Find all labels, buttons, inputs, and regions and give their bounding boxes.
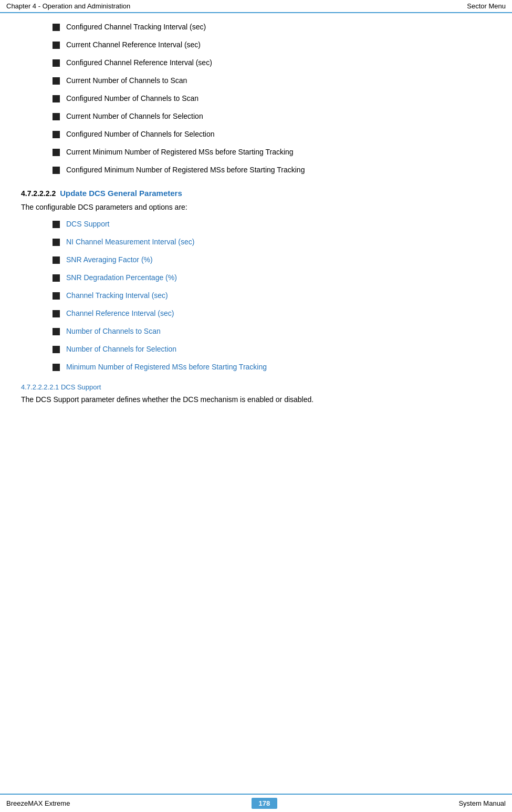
bullet-text: Configured Number of Channels for Select… bbox=[66, 130, 215, 138]
list-item: Channel Tracking Interval (sec) bbox=[21, 291, 491, 300]
sub-section-heading: 4.7.2.2.2.2.1 DCS Support bbox=[21, 383, 491, 391]
page-number: 178 bbox=[252, 798, 278, 809]
list-item: Configured Number of Channels for Select… bbox=[21, 130, 491, 138]
list-item: SNR Degradation Percentage (%) bbox=[21, 273, 491, 282]
bullet-icon bbox=[53, 149, 60, 156]
bullet-icon bbox=[53, 346, 60, 353]
bullet-icon bbox=[53, 274, 60, 282]
sub-section-body: The DCS Support parameter defines whethe… bbox=[21, 394, 491, 405]
bullet-text: Current Minimum Number of Registered MSs… bbox=[66, 148, 294, 156]
bullet-icon bbox=[53, 239, 60, 246]
bullet-text: Number of Channels to Scan bbox=[66, 327, 161, 335]
bullet-icon bbox=[53, 292, 60, 300]
bullet-icon bbox=[53, 113, 60, 120]
blue-bullet-list: DCS Support NI Channel Measurement Inter… bbox=[21, 220, 491, 371]
bullet-icon bbox=[53, 77, 60, 85]
bullet-text: SNR Averaging Factor (%) bbox=[66, 255, 153, 264]
bullet-text: Configured Number of Channels to Scan bbox=[66, 94, 198, 102]
main-content: Configured Channel Tracking Interval (se… bbox=[0, 13, 512, 437]
page-footer: BreezeMAX Extreme 178 System Manual bbox=[0, 794, 512, 812]
bullet-icon bbox=[53, 95, 60, 102]
bullet-text: Channel Reference Interval (sec) bbox=[66, 309, 174, 317]
bullet-text: Current Number of Channels to Scan bbox=[66, 76, 187, 85]
list-item: NI Channel Measurement Interval (sec) bbox=[21, 238, 491, 246]
bullet-text: Current Channel Reference Interval (sec) bbox=[66, 40, 201, 49]
list-item: Current Channel Reference Interval (sec) bbox=[21, 40, 491, 49]
bullet-text: SNR Degradation Percentage (%) bbox=[66, 273, 177, 282]
section-intro: The configurable DCS parameters and opti… bbox=[21, 203, 491, 211]
list-item: Current Minimum Number of Registered MSs… bbox=[21, 148, 491, 156]
bullet-text: DCS Support bbox=[66, 220, 109, 228]
bullet-text: Number of Channels for Selection bbox=[66, 345, 176, 353]
bullet-icon bbox=[53, 364, 60, 371]
bullet-icon bbox=[53, 24, 60, 31]
page-header: Chapter 4 - Operation and Administration… bbox=[0, 0, 512, 13]
bullet-text: NI Channel Measurement Interval (sec) bbox=[66, 238, 194, 246]
list-item: Current Number of Channels to Scan bbox=[21, 76, 491, 85]
list-item: Configured Channel Tracking Interval (se… bbox=[21, 23, 491, 31]
list-item: Channel Reference Interval (sec) bbox=[21, 309, 491, 317]
list-item: SNR Averaging Factor (%) bbox=[21, 255, 491, 264]
section-title: Update DCS General Parameters bbox=[60, 189, 182, 198]
list-item: Configured Number of Channels to Scan bbox=[21, 94, 491, 102]
footer-right-label: System Manual bbox=[458, 799, 506, 807]
bullet-icon bbox=[53, 131, 60, 138]
header-section-label: Sector Menu bbox=[467, 2, 506, 10]
sub-section-number: 4.7.2.2.2.2.1 DCS Support bbox=[21, 383, 101, 391]
section-number: 4.7.2.2.2.2 bbox=[21, 189, 56, 198]
bullet-icon bbox=[53, 59, 60, 67]
bullet-text: Current Number of Channels for Selection bbox=[66, 112, 203, 120]
list-item: Number of Channels for Selection bbox=[21, 345, 491, 353]
top-bullet-list: Configured Channel Tracking Interval (se… bbox=[21, 23, 491, 174]
bullet-text: Configured Minimum Number of Registered … bbox=[66, 166, 305, 174]
bullet-text: Configured Channel Tracking Interval (se… bbox=[66, 23, 206, 31]
list-item: Current Number of Channels for Selection bbox=[21, 112, 491, 120]
bullet-icon bbox=[53, 328, 60, 335]
bullet-text: Configured Channel Reference Interval (s… bbox=[66, 58, 212, 67]
list-item: Minimum Number of Registered MSs before … bbox=[21, 363, 491, 371]
bullet-icon bbox=[53, 310, 60, 317]
section-heading-4722: 4.7.2.2.2.2 Update DCS General Parameter… bbox=[21, 189, 491, 198]
footer-left-label: BreezeMAX Extreme bbox=[6, 799, 70, 807]
list-item: DCS Support bbox=[21, 220, 491, 228]
list-item: Number of Channels to Scan bbox=[21, 327, 491, 335]
bullet-text: Channel Tracking Interval (sec) bbox=[66, 291, 168, 300]
header-chapter-label: Chapter 4 - Operation and Administration bbox=[6, 2, 130, 10]
bullet-icon bbox=[53, 42, 60, 49]
bullet-icon bbox=[53, 167, 60, 174]
list-item: Configured Minimum Number of Registered … bbox=[21, 166, 491, 174]
bullet-icon bbox=[53, 256, 60, 264]
list-item: Configured Channel Reference Interval (s… bbox=[21, 58, 491, 67]
bullet-icon bbox=[53, 221, 60, 228]
bullet-text: Minimum Number of Registered MSs before … bbox=[66, 363, 267, 371]
